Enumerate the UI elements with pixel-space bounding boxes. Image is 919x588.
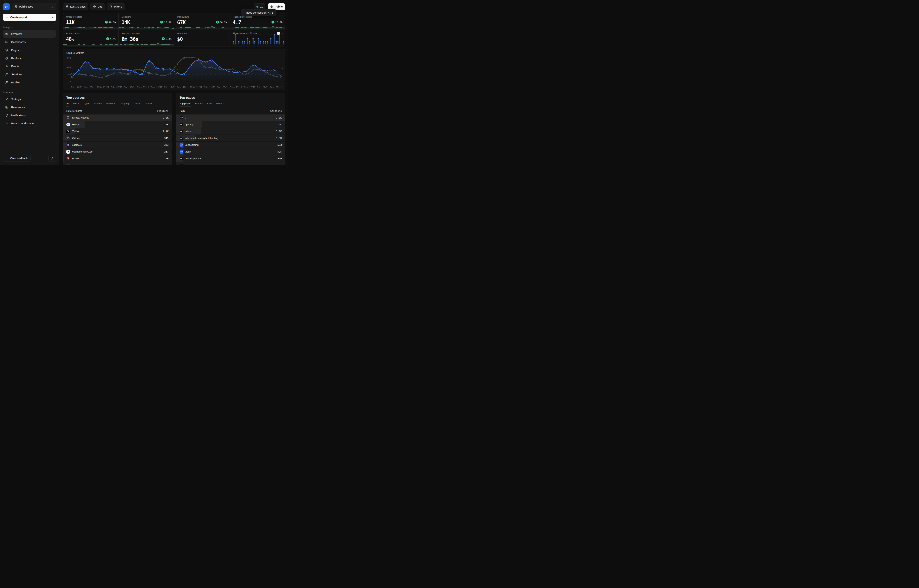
tab-exits[interactable]: Exits — [207, 102, 212, 107]
kpi-label: Unique Visitors — [66, 15, 82, 18]
sidebar-item-dashboards[interactable]: Dashboards — [3, 38, 56, 46]
sidebar-item-pages[interactable]: Pages — [3, 46, 56, 54]
svg-text:200: 200 — [67, 73, 71, 76]
openpanel-blue-icon — [179, 143, 183, 147]
sidebar-item-label: Settings — [11, 98, 21, 101]
column-header: Sessions — [157, 110, 168, 112]
chevrons-up-down-icon — [223, 103, 225, 105]
table-row[interactable]: /docs 1.8K — [176, 128, 285, 134]
tab-top-pages[interactable]: Top pages — [179, 102, 191, 107]
kpi-card-pageviews[interactable]: Pageviews 67K 38.7% — [174, 13, 229, 29]
table-row[interactable]: Brave 56 — [63, 155, 172, 162]
create-report-button[interactable]: Create report — [3, 14, 56, 21]
table-row[interactable]: 𝕏 Twitter 1.1K — [63, 128, 172, 134]
filters-button[interactable]: Filters — [107, 3, 125, 10]
tab-medium[interactable]: Medium — [106, 102, 115, 107]
table-row[interactable]: coolify.io 333 — [63, 142, 172, 148]
openpanel-logo-icon[interactable] — [3, 3, 10, 10]
kpi-card-session-duration[interactable]: Session Duration 6m 36s 5.8% — [119, 30, 174, 46]
row-label: Twitter — [72, 130, 163, 132]
arrow-up-icon — [162, 37, 165, 41]
sidebar-item-sessions[interactable]: Sessions — [3, 71, 56, 78]
table-row[interactable]: G Google 2K — [63, 121, 172, 128]
svg-text:0: 0 — [282, 68, 283, 70]
kpi-card-sessions[interactable]: Sessions 14K 25.6% — [119, 13, 174, 29]
kpi-card-revenue[interactable]: Revenue $0 — [174, 30, 229, 46]
project-selector[interactable]: Public Web — [12, 3, 56, 10]
sidebar-item-label: Events — [11, 65, 19, 68]
sidebar-item-notifications[interactable]: Notifications — [3, 111, 56, 119]
sidebar-item-events[interactable]: Events — [3, 63, 56, 70]
chart-x-axis-labels: Sat, 01/11Mon, 03/11Wed, 05/11Fri, 07/11… — [71, 86, 282, 88]
row-label: /pricing — [186, 123, 276, 126]
row-label: Brave — [72, 157, 166, 160]
kpi-card-bounce-rate[interactable]: Bounce Rate 48% 5.9% — [63, 30, 118, 46]
tab-campaign[interactable]: Campaign — [119, 102, 130, 107]
sessions-icon — [5, 73, 8, 76]
x-axis-tick: Wed, 19/11 — [191, 86, 202, 88]
date-range-button[interactable]: Last 30 days — [63, 3, 89, 10]
tab-more[interactable]: More — [216, 102, 226, 107]
interval-button[interactable]: Day — [90, 3, 105, 10]
table-row[interactable]: / 7.8K — [176, 115, 285, 121]
table-row[interactable]: /docs/api/track 510 — [176, 155, 285, 162]
table-row[interactable]: /docs/self-hosting/self-hosting 1.3K — [176, 135, 285, 141]
give-feedback-button[interactable]: Give feedback — [3, 155, 31, 162]
unique-visitors-line-chart: proxy.events67940020000 — [65, 56, 284, 84]
row-value: 9.8K — [163, 116, 168, 119]
table-row-partial[interactable] — [176, 162, 285, 165]
table-row[interactable]: /onboarding 533 — [176, 142, 285, 148]
account-button[interactable] — [48, 155, 56, 162]
table-row[interactable]: GitHub 345 — [63, 135, 172, 141]
date-range-label: Last 30 days — [70, 5, 86, 8]
table-row[interactable]: /pricing 1.9K — [176, 121, 285, 128]
tab-source[interactable]: Source — [94, 102, 102, 107]
kpi-label: Revenue — [178, 32, 187, 35]
tab-types[interactable]: Types — [84, 102, 90, 107]
kpi-card-unique-visitors[interactable]: Unique Visitors 11K 29.3% — [63, 13, 118, 29]
x-axis-tick: Sat, 15/11 — [164, 86, 175, 88]
interval-label: Day — [98, 5, 102, 8]
kpi-delta: 29.3% — [105, 21, 116, 24]
sidebar-item-realtime[interactable]: Realtime — [3, 54, 56, 62]
sidebar-item-label: Pages — [11, 49, 19, 52]
table-row-partial[interactable] — [63, 162, 172, 165]
kpi-value: 14K — [121, 19, 130, 25]
pages-icon — [5, 48, 8, 52]
sidebar-item-back-to-workspace[interactable]: Back to workspace — [3, 120, 56, 127]
row-label: /docs/api/track — [186, 157, 278, 160]
sidebar-item-label: Dashboards — [11, 40, 26, 44]
sidebar-item-references[interactable]: References — [3, 103, 56, 111]
tab-all[interactable]: All — [66, 102, 69, 107]
pages-per-session-tooltip: Pages per session: 4.73 — [241, 9, 276, 16]
filters-label: Filters — [114, 5, 122, 8]
top-pages-title: Top pages — [176, 93, 285, 100]
tab-term[interactable]: Term — [134, 102, 140, 107]
tab-content[interactable]: Content — [144, 102, 152, 107]
openpanel-dark-icon — [179, 163, 183, 165]
svg-text:400: 400 — [67, 66, 71, 69]
table-row[interactable]: openalternative.co 267 — [63, 149, 172, 155]
row-value: 525 — [278, 150, 282, 153]
sidebar-item-overview[interactable]: Overview — [3, 30, 56, 38]
top-pages-tabs: Top pages Entries Exits More — [176, 100, 285, 107]
row-label: Direct / Not set — [72, 116, 163, 119]
kpi-delta-value: 5.9% — [110, 38, 116, 40]
table-row[interactable]: Direct / Not set 9.8K — [63, 115, 172, 121]
realtime-bars-chart — [233, 34, 284, 45]
tab-entries[interactable]: Entries — [195, 102, 203, 107]
table-row[interactable]: /login 525 — [176, 149, 285, 155]
kpi-card-realtime-sessions[interactable]: 19 sessions last 30 min G 1 — [230, 30, 285, 46]
live-visitors-count: 11 — [260, 5, 263, 8]
sidebar-item-profiles[interactable]: Profiles — [3, 79, 56, 86]
tab-urls[interactable]: URLs — [73, 102, 79, 107]
chevron-down-icon — [51, 16, 54, 19]
public-visibility-button[interactable]: Public — [268, 3, 285, 10]
live-visitors-badge[interactable]: 11 — [254, 3, 266, 10]
openpanel-dark-icon — [179, 136, 183, 140]
chart-title: Unique Visitors — [66, 52, 84, 54]
back-icon — [5, 122, 8, 125]
row-value: 333 — [164, 144, 168, 146]
kpi-sparkline — [119, 41, 174, 46]
sidebar-item-settings[interactable]: Settings — [3, 95, 56, 103]
